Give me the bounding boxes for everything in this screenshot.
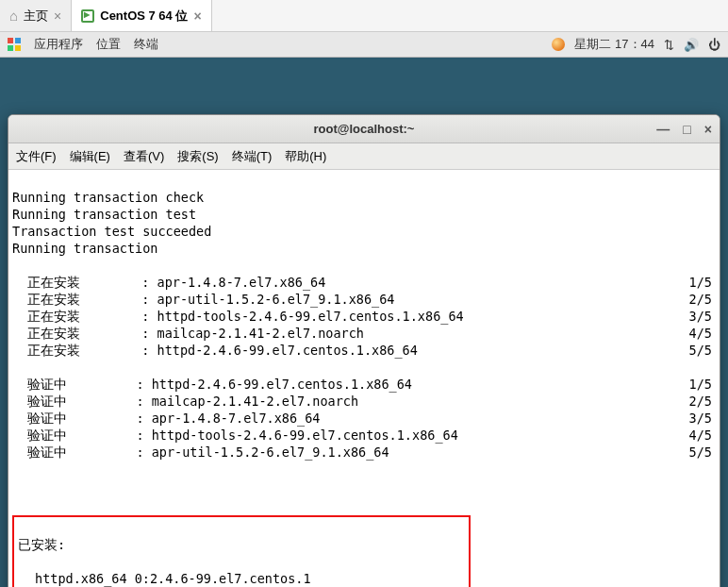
vm-tab-home[interactable]: ⌂ 主页 × [0,0,72,31]
topbar-terminal[interactable]: 终端 [134,36,158,53]
topbar-places[interactable]: 位置 [96,36,121,53]
tab-label: 主页 [24,8,48,25]
transaction-row: 验证中 : mailcap-2.1.41-2.el7.noarch2/5 [12,393,716,410]
output-line: Running transaction [12,240,716,257]
vm-tab-bar: ⌂ 主页 × CentOS 7 64 位 × [0,0,728,32]
terminal-window: root@localhost:~ — □ × 文件(F) 编辑(E) 查看(V)… [8,114,720,587]
menu-terminal[interactable]: 终端(T) [232,148,273,165]
volume-icon[interactable]: 🔊 [684,38,699,52]
installed-highlight-box: 已安装: httpd.x86_64 0:2.4.6-99.el7.centos.… [12,515,471,587]
menu-file[interactable]: 文件(F) [16,148,57,165]
installed-package: httpd.x86_64 0:2.4.6-99.el7.centos.1 [18,570,465,587]
transaction-row: 正在安装 : httpd-2.4.6-99.el7.centos.1.x86_6… [12,342,716,359]
close-button[interactable]: × [704,122,712,137]
menu-view[interactable]: 查看(V) [124,148,164,165]
transaction-row: 验证中 : httpd-tools-2.4.6-99.el7.centos.1.… [12,427,716,444]
menu-search[interactable]: 搜索(S) [177,148,218,165]
terminal-menubar: 文件(F) 编辑(E) 查看(V) 搜索(S) 终端(T) 帮助(H) [8,143,720,170]
transaction-row: 正在安装 : apr-util-1.5.2-6.el7_9.1.x86_642/… [12,291,716,308]
output-line: Transaction test succeeded [12,223,716,240]
notification-icon[interactable] [552,38,565,51]
transaction-row: 正在安装 : httpd-tools-2.4.6-99.el7.centos.1… [12,308,716,325]
topbar-applications[interactable]: 应用程序 [34,36,83,53]
tab-label: CentOS 7 64 位 [100,8,188,25]
maximize-button[interactable]: □ [683,122,690,137]
transaction-row: 正在安装 : apr-1.4.8-7.el7.x86_641/5 [12,274,716,291]
desktop: root@localhost:~ — □ × 文件(F) 编辑(E) 查看(V)… [0,58,728,587]
menu-edit[interactable]: 编辑(E) [70,148,110,165]
home-icon: ⌂ [9,8,18,24]
power-icon[interactable]: ⏻ [708,38,720,52]
output-line: Running transaction test [12,206,716,223]
vm-tab-centos[interactable]: CentOS 7 64 位 × [72,0,211,31]
topbar-datetime[interactable]: 星期二 17：44 [574,36,654,53]
activities-icon [8,38,21,51]
transaction-row: 验证中 : httpd-2.4.6-99.el7.centos.1.x86_64… [12,376,716,393]
transaction-row: 正在安装 : mailcap-2.1.41-2.el7.noarch4/5 [12,325,716,342]
window-title: root@localhost:~ [314,122,415,136]
titlebar[interactable]: root@localhost:~ — □ × [8,115,720,143]
output-line: Running transaction check [12,189,716,206]
menu-help[interactable]: 帮助(H) [285,148,326,165]
gnome-topbar: 应用程序 位置 终端 星期二 17：44 ⇅ 🔊 ⏻ [0,32,728,58]
transaction-row: 验证中 : apr-util-1.5.2-6.el7_9.1.x86_645/5 [12,444,716,461]
network-icon[interactable]: ⇅ [664,38,674,52]
close-icon[interactable]: × [54,8,61,24]
close-icon[interactable]: × [193,8,201,24]
minimize-button[interactable]: — [656,122,670,137]
transaction-row: 验证中 : apr-1.4.8-7.el7.x86_643/5 [12,410,716,427]
installed-header: 已安装: [18,536,465,553]
vm-icon [81,9,94,23]
blank-line [12,478,716,495]
terminal-body[interactable]: Running transaction checkRunning transac… [8,170,720,587]
